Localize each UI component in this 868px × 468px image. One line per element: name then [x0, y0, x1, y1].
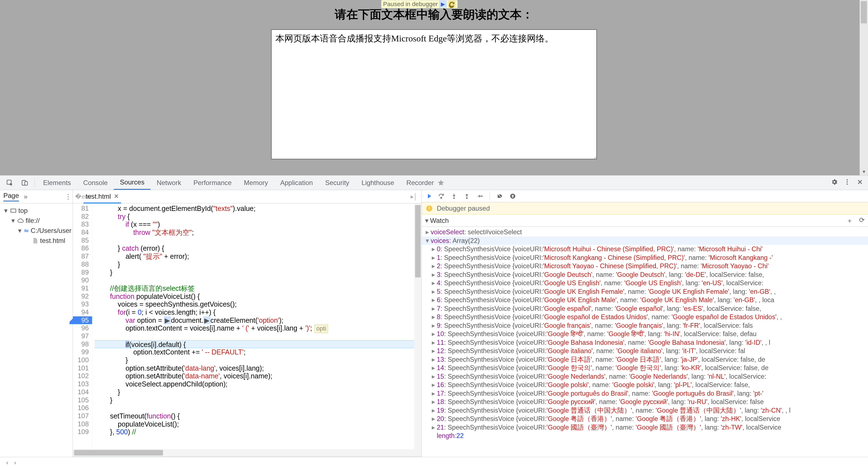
- svg-point-6: [846, 183, 848, 185]
- svg-rect-13: [512, 195, 513, 197]
- watch-row[interactable]: ▸4: SpeechSynthesisVoice {voiceURI: 'Goo…: [422, 279, 868, 287]
- devtools-tab-network[interactable]: Network: [151, 176, 187, 190]
- step-into-button-icon[interactable]: [450, 192, 458, 200]
- pause-on-exceptions-icon[interactable]: [509, 192, 517, 200]
- devtools-tab-performance[interactable]: Performance: [187, 176, 238, 190]
- watch-row[interactable]: ▾voices: Array(22): [422, 237, 868, 245]
- step-over-icon[interactable]: [448, 1, 456, 8]
- line-gutter[interactable]: 8182838485868788899091929394959697989910…: [73, 204, 92, 449]
- watch-row[interactable]: ▸12: SpeechSynthesisVoice {voiceURI: 'Go…: [422, 347, 868, 355]
- warning-icon: [426, 205, 433, 212]
- svg-point-4: [846, 179, 848, 180]
- refresh-watch-icon[interactable]: ⟳: [859, 216, 865, 225]
- drawer-prev-icon[interactable]: ‹: [3, 459, 11, 466]
- watch-body: ▸voiceSelect: select#voiceSelect▾voices:…: [422, 227, 868, 468]
- watch-row[interactable]: ▸13: SpeechSynthesisVoice {voiceURI: 'Go…: [422, 355, 868, 364]
- watch-row[interactable]: ▸8: SpeechSynthesisVoice {voiceURI: 'Goo…: [422, 313, 868, 321]
- watch-row[interactable]: ▸21: SpeechSynthesisVoice {voiceURI: 'Go…: [422, 423, 868, 432]
- resume-icon[interactable]: ▶: [439, 1, 447, 8]
- watch-row[interactable]: ▸6: SpeechSynthesisVoice {voiceURI: 'Goo…: [422, 296, 868, 304]
- devtools-tab-elements[interactable]: Elements: [37, 176, 77, 190]
- watch-row[interactable]: ▸19: SpeechSynthesisVoice {voiceURI: 'Go…: [422, 406, 868, 415]
- file-tree: ▾ top ▾ file:// ▾ C:/Users/user ▾: [0, 204, 72, 248]
- tree-file-node[interactable]: ▾ test.html: [1, 236, 71, 246]
- paused-label: Paused in debugger: [383, 1, 438, 8]
- code-area[interactable]: x = document.getElementById("texts").val…: [92, 204, 422, 449]
- watch-row[interactable]: ▸15: SpeechSynthesisVoice {voiceURI: 'Go…: [422, 372, 868, 381]
- devtools-tab-console[interactable]: Console: [77, 176, 114, 190]
- tree-folder-node[interactable]: ▾ C:/Users/user: [1, 226, 71, 236]
- device-toolbar-icon[interactable]: [20, 178, 30, 188]
- close-tab-icon[interactable]: ✕: [114, 193, 119, 200]
- watch-row[interactable]: ▸14: SpeechSynthesisVoice {voiceURI: 'Go…: [422, 364, 868, 372]
- source-editor: �env test.html ✕ ▸│ 81828384858687888990…: [73, 190, 422, 468]
- watch-row[interactable]: ▸7: SpeechSynthesisVoice {voiceURI: 'Goo…: [422, 304, 868, 313]
- devtools-tab-sources[interactable]: Sources: [114, 176, 151, 190]
- watch-row[interactable]: ▸0: SpeechSynthesisVoice {voiceURI: 'Mic…: [422, 245, 868, 253]
- watch-row[interactable]: ▸10: SpeechSynthesisVoice {voiceURI: 'Go…: [422, 330, 868, 338]
- scroll-down-icon[interactable]: ▾: [860, 168, 868, 175]
- deactivate-breakpoints-icon[interactable]: [496, 192, 504, 200]
- svg-point-0: [451, 6, 453, 7]
- editor-vertical-scrollbar[interactable]: [414, 204, 422, 449]
- svg-point-10: [466, 197, 468, 199]
- watch-row[interactable]: ▸length: 22: [422, 432, 868, 440]
- svg-rect-3: [25, 181, 28, 185]
- drawer-next-icon[interactable]: ›: [11, 459, 19, 466]
- svg-point-11: [481, 195, 483, 197]
- devtools-tab-recorder[interactable]: Recorder: [400, 176, 440, 190]
- watch-row[interactable]: ▸5: SpeechSynthesisVoice {voiceURI: 'Goo…: [422, 287, 868, 296]
- watch-row[interactable]: ▸16: SpeechSynthesisVoice {voiceURI: 'Go…: [422, 381, 868, 389]
- svg-rect-16: [429, 207, 430, 209]
- tts-text-input[interactable]: [271, 30, 597, 159]
- drawer-handle[interactable]: ‹ ›: [0, 457, 868, 468]
- inspect-element-icon[interactable]: [5, 178, 14, 188]
- svg-rect-17: [429, 210, 430, 210]
- svg-point-9: [454, 197, 455, 199]
- tree-top-node[interactable]: ▾ top: [1, 206, 71, 216]
- watch-row[interactable]: ▸9: SpeechSynthesisVoice {voiceURI: 'Goo…: [422, 321, 868, 330]
- close-devtools-icon[interactable]: [856, 178, 864, 187]
- add-watch-icon[interactable]: ＋: [846, 216, 853, 225]
- recorder-beta-icon: [436, 178, 446, 188]
- resume-button-icon[interactable]: [425, 192, 432, 200]
- navigator-kebab-icon[interactable]: ⋮: [64, 193, 72, 200]
- step-out-button-icon[interactable]: [463, 192, 471, 200]
- watch-row[interactable]: ▸3: SpeechSynthesisVoice {voiceURI: 'Goo…: [422, 271, 868, 279]
- scrollbar-thumb[interactable]: [861, 1, 867, 23]
- debugger-paused-banner: Debugger paused: [422, 202, 868, 215]
- settings-icon[interactable]: [831, 178, 838, 187]
- kebab-menu-icon[interactable]: [843, 178, 851, 187]
- navigator-overflow-icon[interactable]: »: [21, 193, 30, 200]
- page-heading: 请在下面文本框中输入要朗读的文本：: [270, 7, 598, 22]
- devtools-panel: ElementsConsoleSourcesNetworkPerformance…: [0, 175, 868, 468]
- svg-point-5: [846, 181, 848, 182]
- watch-row[interactable]: ▸1: SpeechSynthesisVoice {voiceURI: 'Mic…: [422, 253, 868, 262]
- navigator-page-tab[interactable]: Page: [3, 192, 19, 201]
- devtools-tab-application[interactable]: Application: [274, 176, 319, 190]
- editor-horizontal-scrollbar[interactable]: [73, 449, 422, 456]
- step-over-button-icon[interactable]: [437, 192, 445, 200]
- tree-scheme-node[interactable]: ▾ file://: [1, 216, 71, 226]
- rendered-page: Paused in debugger ▶ 请在下面文本框中输入要朗读的文本： ▴…: [0, 0, 868, 175]
- file-tab[interactable]: test.html ✕: [84, 190, 121, 204]
- page-vertical-scrollbar[interactable]: ▴ ▾: [860, 0, 868, 175]
- watch-row[interactable]: ▸20: SpeechSynthesisVoice {voiceURI: 'Go…: [422, 414, 868, 423]
- svg-rect-7: [11, 209, 16, 212]
- svg-point-8: [441, 197, 442, 198]
- devtools-tab-security[interactable]: Security: [319, 176, 355, 190]
- svg-rect-14: [513, 195, 514, 197]
- watch-row[interactable]: ▸17: SpeechSynthesisVoice {voiceURI: 'Go…: [422, 389, 868, 398]
- watch-row[interactable]: ▸18: SpeechSynthesisVoice {voiceURI: 'Go…: [422, 398, 868, 406]
- watch-section-header[interactable]: ▾Watch ＋ ⟳: [422, 215, 868, 227]
- watch-row[interactable]: ▸voiceSelect: select#voiceSelect: [422, 228, 868, 237]
- debugger-toolbar: [422, 190, 868, 202]
- step-button-icon[interactable]: [476, 192, 484, 200]
- editor-nav-back-icon[interactable]: �env: [75, 193, 84, 200]
- watch-row[interactable]: ▸2: SpeechSynthesisVoice {voiceURI: 'Mic…: [422, 262, 868, 271]
- devtools-tab-memory[interactable]: Memory: [238, 176, 274, 190]
- sources-navigator: Page » ⋮ ▾ top ▾ file:// ▾: [0, 190, 73, 468]
- editor-nav-forward-icon[interactable]: ▸│: [410, 193, 418, 200]
- devtools-tab-lighthouse[interactable]: Lighthouse: [355, 176, 400, 190]
- watch-row[interactable]: ▸11: SpeechSynthesisVoice {voiceURI: 'Go…: [422, 338, 868, 347]
